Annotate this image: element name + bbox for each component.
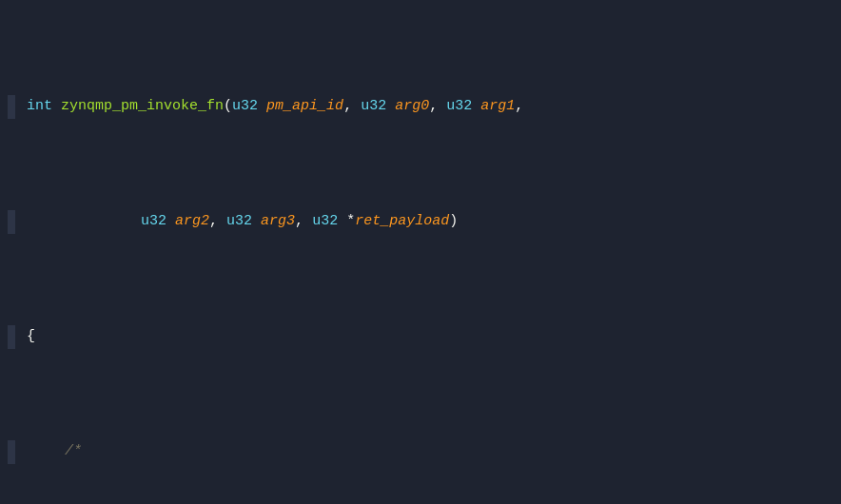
token-comma4: ,	[209, 213, 226, 229]
token-comment-open: /*	[65, 443, 82, 459]
line-content-4: /*	[27, 440, 833, 463]
token-comma5: ,	[295, 213, 312, 229]
token-pm_api_id: pm_api_id	[266, 98, 343, 114]
token-arg3: arg3	[261, 213, 295, 229]
token-sp5	[166, 213, 175, 229]
token-u32-2: u32	[361, 98, 386, 114]
token-fn: zynqmp_pm_invoke_fn	[61, 98, 224, 114]
token-sp4	[472, 98, 480, 114]
gutter	[8, 325, 15, 349]
line-content-3: {	[27, 325, 833, 348]
gutter	[8, 440, 15, 464]
gutter	[8, 210, 15, 234]
token-int: int	[27, 98, 52, 114]
token-u32-6: u32	[312, 213, 338, 229]
token-arg2: arg2	[175, 213, 209, 229]
token-paren: (	[224, 98, 232, 114]
token-star: *	[338, 213, 355, 229]
token-u32-5: u32	[226, 213, 252, 229]
token-arg1: arg1	[480, 98, 515, 114]
token-comma2: ,	[429, 98, 446, 114]
token-u32: u32	[232, 98, 258, 114]
token-u32-3: u32	[446, 98, 472, 114]
code-line-2: u32 arg2, u32 arg3, u32 *ret_payload)	[0, 210, 841, 234]
code-line-3: {	[0, 325, 841, 349]
token-sp3	[386, 98, 395, 114]
token-ret-payload: ret_payload	[355, 213, 449, 229]
token-sp6	[252, 213, 261, 229]
code-block: int zynqmp_pm_invoke_fn(u32 pm_api_id, u…	[0, 0, 841, 504]
token-space	[52, 98, 61, 114]
token-u32-4: u32	[141, 213, 166, 229]
token-comma1: ,	[343, 98, 361, 114]
token-sp2	[258, 98, 266, 114]
code-editor: int zynqmp_pm_invoke_fn(u32 pm_api_id, u…	[0, 0, 841, 504]
token-comma3: ,	[515, 98, 523, 114]
line-content-1: int zynqmp_pm_invoke_fn(u32 pm_api_id, u…	[27, 95, 833, 118]
gutter	[8, 95, 15, 119]
code-line-1: int zynqmp_pm_invoke_fn(u32 pm_api_id, u…	[0, 95, 841, 119]
code-line-4: /*	[0, 440, 841, 464]
token-arg0: arg0	[395, 98, 429, 114]
line-content-2: u32 arg2, u32 arg3, u32 *ret_payload)	[27, 210, 833, 233]
token-lbrace: {	[27, 328, 35, 344]
token-rparen: )	[449, 213, 458, 229]
